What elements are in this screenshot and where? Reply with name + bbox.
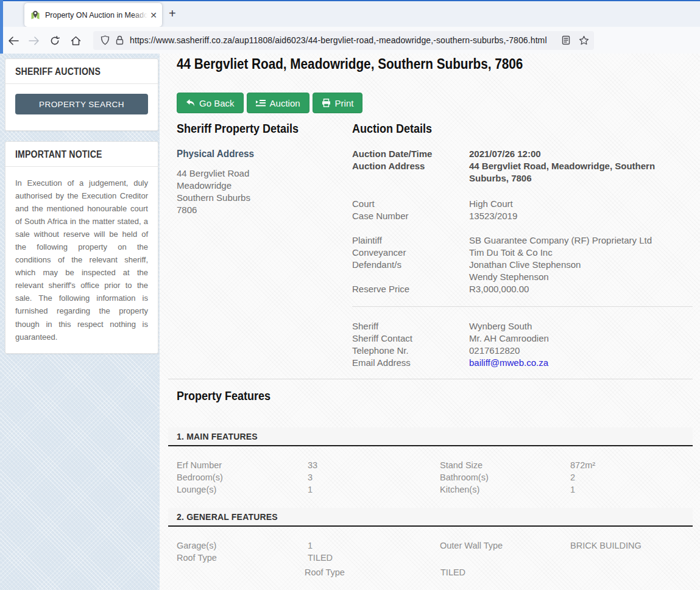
tab-close-icon[interactable]: ✕ [150,10,157,20]
feature-value: 1 [308,539,440,552]
feature-value: 2 [570,471,693,483]
property-details-heading: Sheriff Property Details [177,122,299,136]
reader-view-icon[interactable] [562,35,570,45]
list-icon [256,99,266,107]
address-line: 7806 [177,204,338,216]
feature-label: Bedroom(s) [177,471,308,483]
shield-icon[interactable] [101,35,110,45]
window-left-border [0,0,3,54]
feature-label: Roof Type [305,566,440,578]
feature-label: Lounge(s) [177,483,308,496]
window-accent-border [0,0,700,1]
auction-details-divider [352,306,693,307]
general-features-header: 2. GENERAL FEATURES [168,508,693,527]
feature-label: Stand Size [440,459,570,471]
sheriff-auctions-panel: SHERIFF AUCTIONS PROPERTY SEARCH [5,58,158,131]
section-divider [168,379,693,379]
sheriff-contact-row: Sheriff Contact Mr. AH Camroodien [352,332,693,345]
physical-address-heading: Physical Address [177,148,254,160]
print-button[interactable]: Print [313,93,363,113]
auction-button[interactable]: Auction [247,93,309,113]
auction-date-row: Auction Date/Time 2021/07/26 12:00 [352,148,693,160]
main-content: 44 Bergvliet Road, Meadowridge, Southern… [160,54,700,590]
address-line: Southern Suburbs [177,192,338,204]
telephone-row: Telephone Nr. 0217612820 [352,345,693,357]
important-notice-panel: IMPORTANT NOTICE In Execution of a judge… [5,141,158,354]
bookmark-star-icon[interactable] [579,35,589,45]
reserve-price-row: Reserve Price R3,000,000.00 [352,283,693,295]
feature-label: Roof Type [177,552,308,564]
lock-icon[interactable] [116,35,124,45]
property-search-button[interactable]: PROPERTY SEARCH [15,94,148,114]
address-line: Meadowridge [177,180,338,192]
property-features-heading: Property Features [177,389,281,403]
page-background: SHERIFF AUCTIONS PROPERTY SEARCH IMPORTA… [0,54,700,590]
browser-tab[interactable]: Property ON Auction in Meado ✕ [24,3,162,27]
general-features-table: Garage(s) 1 Outer Wall Type BRICK BUILDI… [177,539,693,564]
main-features-header: 1. MAIN FEATURES [168,427,693,446]
back-icon[interactable] [3,34,24,46]
feature-value [570,552,693,564]
feature-label: Erf Number [177,459,308,471]
action-buttons: Go Back Auction Print [177,93,362,113]
main-features-table: Erf Number 33 Stand Size 872m² Bedroom(s… [177,459,693,496]
reply-arrow-icon [186,99,195,107]
conveyancer-row: Conveyancer Tim Du Toit & Co Inc [352,247,693,259]
page-title: 44 Bergvliet Road, Meadowridge, Southern… [177,56,561,72]
tab-strip: Property ON Auction in Meado ✕ + [3,1,700,27]
feature-value: TILED [308,552,440,564]
go-back-button[interactable]: Go Back [177,93,244,113]
new-tab-icon[interactable]: + [169,7,176,21]
feature-value: 1 [570,483,693,496]
feature-value: 33 [308,459,440,471]
court-row: Court High Court [352,198,693,210]
browser-window: Property ON Auction in Meado ✕ + [0,0,700,590]
feature-label: Kitchen(s) [440,483,570,496]
feature-label: Bathroom(s) [440,471,570,483]
browser-toolbar: https://www.sasheriff.co.za/aup11808/aid… [3,27,700,54]
feature-value: 1 [308,483,440,496]
sheriff-row: Sheriff Wynberg South [352,320,693,332]
url-text[interactable]: https://www.sasheriff.co.za/aup11808/aid… [130,35,557,45]
address-line: 44 Bergvliet Road [177,167,338,180]
address-bar[interactable]: https://www.sasheriff.co.za/aup11808/aid… [93,31,594,50]
defendant-row: Defendant/s Jonathan Clive Stephenson [352,259,693,271]
feature-value: 872m² [570,459,693,471]
feature-label: Garage(s) [177,539,308,552]
forward-icon[interactable] [24,34,44,46]
auction-address-row: Auction Address 44 Bergvliet Road, Meado… [352,160,693,184]
important-notice-text: In Execution of a judgement, duly author… [15,177,148,343]
plaintiff-row: Plaintiff SB Guarantee Company (RF) Prop… [352,234,693,247]
defendant-row-2: Wendy Stephenson [352,271,693,283]
roof-type-extra-row: Roof Type TILED [305,566,693,578]
email-link[interactable]: bailiff@mweb.co.za [469,357,548,368]
case-number-row: Case Number 13523/2019 [352,210,693,222]
home-icon[interactable] [65,34,86,46]
printer-icon [322,99,331,107]
feature-value: TILED [440,566,693,578]
feature-value: 3 [308,471,440,483]
auction-details-heading: Auction Details [352,122,432,136]
map-pin-favicon-icon [30,10,40,20]
browser-chrome: Property ON Auction in Meado ✕ + [0,0,700,54]
email-row: Email Address bailiff@mweb.co.za [352,357,693,369]
auction-details: Auction Details Auction Date/Time 2021/0… [352,122,693,369]
important-notice-title: IMPORTANT NOTICE [15,149,102,160]
sheriff-auctions-title: SHERIFF AUCTIONS [15,66,101,77]
sheriff-property-details: Sheriff Property Details Physical Addres… [177,122,338,216]
feature-label: Outer Wall Type [440,539,570,552]
tab-title: Property ON Auction in Meado [45,11,147,19]
feature-value: BRICK BUILDING [570,539,693,552]
feature-label [440,552,570,564]
reload-icon[interactable] [44,34,65,46]
